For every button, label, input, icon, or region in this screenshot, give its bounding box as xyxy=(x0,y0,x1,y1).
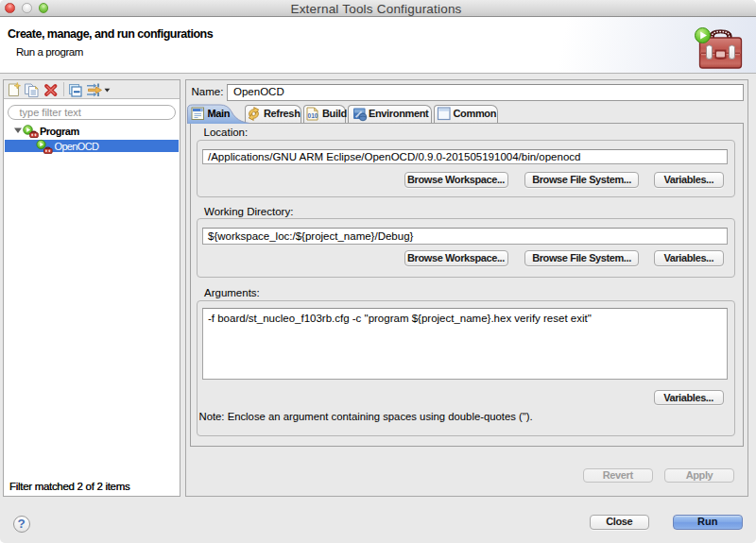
svg-text:010: 010 xyxy=(308,112,318,119)
